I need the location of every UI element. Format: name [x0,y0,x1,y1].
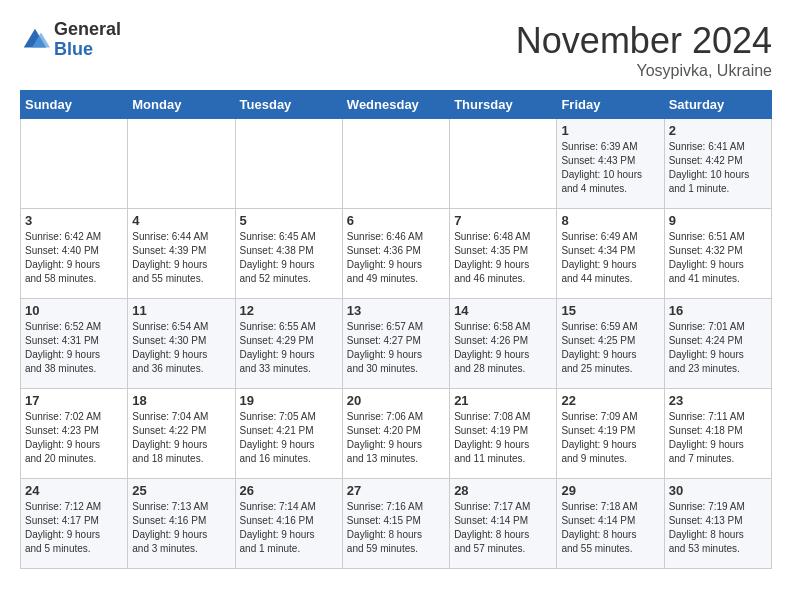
calendar-body: 1Sunrise: 6:39 AM Sunset: 4:43 PM Daylig… [21,119,772,569]
day-info: Sunrise: 6:54 AM Sunset: 4:30 PM Dayligh… [132,320,230,376]
day-info: Sunrise: 7:01 AM Sunset: 4:24 PM Dayligh… [669,320,767,376]
calendar-cell [21,119,128,209]
day-number: 8 [561,213,659,228]
day-info: Sunrise: 7:16 AM Sunset: 4:15 PM Dayligh… [347,500,445,556]
weekday-header-thursday: Thursday [450,91,557,119]
day-number: 15 [561,303,659,318]
day-info: Sunrise: 7:13 AM Sunset: 4:16 PM Dayligh… [132,500,230,556]
day-number: 20 [347,393,445,408]
day-info: Sunrise: 6:41 AM Sunset: 4:42 PM Dayligh… [669,140,767,196]
day-number: 23 [669,393,767,408]
calendar-cell: 22Sunrise: 7:09 AM Sunset: 4:19 PM Dayli… [557,389,664,479]
calendar-cell: 13Sunrise: 6:57 AM Sunset: 4:27 PM Dayli… [342,299,449,389]
calendar-cell [342,119,449,209]
logo: General Blue [20,20,121,60]
calendar-cell: 8Sunrise: 6:49 AM Sunset: 4:34 PM Daylig… [557,209,664,299]
day-info: Sunrise: 7:06 AM Sunset: 4:20 PM Dayligh… [347,410,445,466]
day-number: 10 [25,303,123,318]
calendar-week-3: 10Sunrise: 6:52 AM Sunset: 4:31 PM Dayli… [21,299,772,389]
day-number: 17 [25,393,123,408]
day-number: 9 [669,213,767,228]
calendar-cell: 30Sunrise: 7:19 AM Sunset: 4:13 PM Dayli… [664,479,771,569]
calendar-cell: 9Sunrise: 6:51 AM Sunset: 4:32 PM Daylig… [664,209,771,299]
calendar-cell: 27Sunrise: 7:16 AM Sunset: 4:15 PM Dayli… [342,479,449,569]
title-block: November 2024 Yosypivka, Ukraine [516,20,772,80]
calendar-cell: 14Sunrise: 6:58 AM Sunset: 4:26 PM Dayli… [450,299,557,389]
calendar-week-5: 24Sunrise: 7:12 AM Sunset: 4:17 PM Dayli… [21,479,772,569]
calendar-cell: 11Sunrise: 6:54 AM Sunset: 4:30 PM Dayli… [128,299,235,389]
calendar-week-2: 3Sunrise: 6:42 AM Sunset: 4:40 PM Daylig… [21,209,772,299]
day-info: Sunrise: 6:42 AM Sunset: 4:40 PM Dayligh… [25,230,123,286]
location: Yosypivka, Ukraine [516,62,772,80]
day-number: 1 [561,123,659,138]
day-number: 21 [454,393,552,408]
logo-general-text: General [54,20,121,40]
day-number: 14 [454,303,552,318]
day-info: Sunrise: 7:02 AM Sunset: 4:23 PM Dayligh… [25,410,123,466]
weekday-header-monday: Monday [128,91,235,119]
day-info: Sunrise: 7:05 AM Sunset: 4:21 PM Dayligh… [240,410,338,466]
day-number: 12 [240,303,338,318]
weekday-header-friday: Friday [557,91,664,119]
day-number: 13 [347,303,445,318]
calendar-cell: 25Sunrise: 7:13 AM Sunset: 4:16 PM Dayli… [128,479,235,569]
calendar-cell: 7Sunrise: 6:48 AM Sunset: 4:35 PM Daylig… [450,209,557,299]
day-info: Sunrise: 6:59 AM Sunset: 4:25 PM Dayligh… [561,320,659,376]
calendar-cell: 29Sunrise: 7:18 AM Sunset: 4:14 PM Dayli… [557,479,664,569]
calendar-header-row: SundayMondayTuesdayWednesdayThursdayFrid… [21,91,772,119]
day-number: 24 [25,483,123,498]
calendar-cell [450,119,557,209]
calendar-cell: 23Sunrise: 7:11 AM Sunset: 4:18 PM Dayli… [664,389,771,479]
weekday-header-saturday: Saturday [664,91,771,119]
day-number: 19 [240,393,338,408]
day-info: Sunrise: 6:58 AM Sunset: 4:26 PM Dayligh… [454,320,552,376]
calendar-week-4: 17Sunrise: 7:02 AM Sunset: 4:23 PM Dayli… [21,389,772,479]
day-info: Sunrise: 7:18 AM Sunset: 4:14 PM Dayligh… [561,500,659,556]
day-number: 11 [132,303,230,318]
day-info: Sunrise: 6:44 AM Sunset: 4:39 PM Dayligh… [132,230,230,286]
page-header: General Blue November 2024 Yosypivka, Uk… [20,20,772,80]
day-info: Sunrise: 7:09 AM Sunset: 4:19 PM Dayligh… [561,410,659,466]
day-info: Sunrise: 7:12 AM Sunset: 4:17 PM Dayligh… [25,500,123,556]
day-info: Sunrise: 6:51 AM Sunset: 4:32 PM Dayligh… [669,230,767,286]
day-info: Sunrise: 7:11 AM Sunset: 4:18 PM Dayligh… [669,410,767,466]
day-info: Sunrise: 6:52 AM Sunset: 4:31 PM Dayligh… [25,320,123,376]
calendar-cell: 15Sunrise: 6:59 AM Sunset: 4:25 PM Dayli… [557,299,664,389]
weekday-header-tuesday: Tuesday [235,91,342,119]
day-number: 29 [561,483,659,498]
day-number: 3 [25,213,123,228]
calendar-cell: 6Sunrise: 6:46 AM Sunset: 4:36 PM Daylig… [342,209,449,299]
day-info: Sunrise: 6:46 AM Sunset: 4:36 PM Dayligh… [347,230,445,286]
day-number: 2 [669,123,767,138]
day-number: 22 [561,393,659,408]
day-number: 30 [669,483,767,498]
day-number: 26 [240,483,338,498]
calendar-cell: 16Sunrise: 7:01 AM Sunset: 4:24 PM Dayli… [664,299,771,389]
day-info: Sunrise: 7:14 AM Sunset: 4:16 PM Dayligh… [240,500,338,556]
month-title: November 2024 [516,20,772,62]
day-number: 28 [454,483,552,498]
day-info: Sunrise: 7:04 AM Sunset: 4:22 PM Dayligh… [132,410,230,466]
calendar-cell [235,119,342,209]
day-number: 16 [669,303,767,318]
day-number: 4 [132,213,230,228]
calendar-cell: 4Sunrise: 6:44 AM Sunset: 4:39 PM Daylig… [128,209,235,299]
calendar-cell: 18Sunrise: 7:04 AM Sunset: 4:22 PM Dayli… [128,389,235,479]
day-number: 5 [240,213,338,228]
calendar-cell: 21Sunrise: 7:08 AM Sunset: 4:19 PM Dayli… [450,389,557,479]
calendar-cell: 1Sunrise: 6:39 AM Sunset: 4:43 PM Daylig… [557,119,664,209]
day-info: Sunrise: 6:45 AM Sunset: 4:38 PM Dayligh… [240,230,338,286]
day-number: 25 [132,483,230,498]
day-info: Sunrise: 7:19 AM Sunset: 4:13 PM Dayligh… [669,500,767,556]
day-number: 6 [347,213,445,228]
day-info: Sunrise: 7:17 AM Sunset: 4:14 PM Dayligh… [454,500,552,556]
day-info: Sunrise: 6:48 AM Sunset: 4:35 PM Dayligh… [454,230,552,286]
day-number: 18 [132,393,230,408]
day-info: Sunrise: 6:39 AM Sunset: 4:43 PM Dayligh… [561,140,659,196]
day-number: 7 [454,213,552,228]
day-info: Sunrise: 6:49 AM Sunset: 4:34 PM Dayligh… [561,230,659,286]
calendar-cell: 28Sunrise: 7:17 AM Sunset: 4:14 PM Dayli… [450,479,557,569]
calendar-cell: 3Sunrise: 6:42 AM Sunset: 4:40 PM Daylig… [21,209,128,299]
calendar-cell: 2Sunrise: 6:41 AM Sunset: 4:42 PM Daylig… [664,119,771,209]
calendar-cell: 10Sunrise: 6:52 AM Sunset: 4:31 PM Dayli… [21,299,128,389]
